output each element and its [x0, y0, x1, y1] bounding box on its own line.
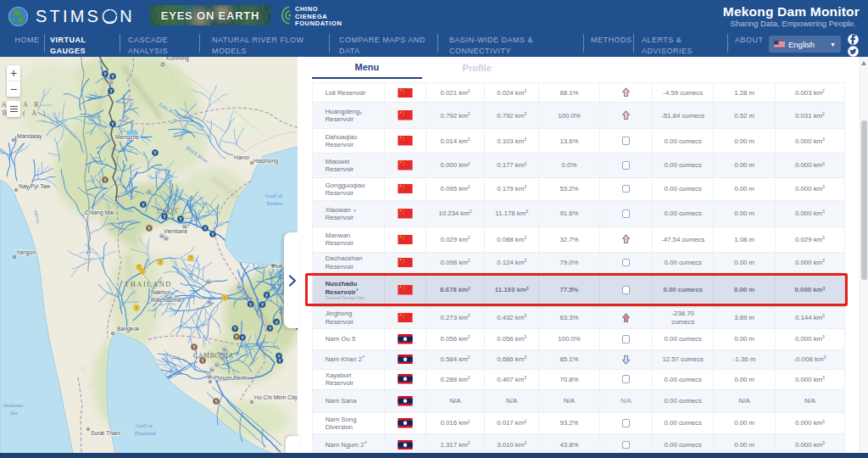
- svg-text:Ho Chi Minh City: Ho Chi Minh City: [254, 394, 298, 401]
- svg-text:Tonkin: Tonkin: [266, 200, 282, 207]
- svg-text:Surat Thani: Surat Thani: [91, 430, 121, 436]
- svg-text:V: V: [111, 122, 114, 126]
- svg-text:V: V: [235, 335, 237, 339]
- svg-text:Nakhon: Nakhon: [151, 289, 171, 295]
- svg-text:V: V: [192, 345, 195, 349]
- svg-text:V: V: [103, 178, 106, 182]
- svg-text:V: V: [153, 151, 156, 155]
- svg-text:Gulf of: Gulf of: [136, 422, 153, 429]
- svg-text:V: V: [278, 359, 281, 363]
- svg-text:Mandalay: Mandalay: [17, 133, 42, 140]
- svg-text:V: V: [275, 321, 278, 325]
- svg-text:A R: A R: [23, 101, 42, 109]
- svg-text:SK: SK: [210, 369, 214, 372]
- svg-text:SK: SK: [147, 191, 152, 194]
- svg-text:V: V: [103, 72, 106, 76]
- svg-text:SK: SK: [208, 301, 212, 304]
- svg-text:LAOS: LAOS: [157, 208, 179, 215]
- svg-text:V: V: [163, 215, 165, 219]
- svg-text:V: V: [179, 217, 181, 221]
- svg-text:V: V: [249, 303, 252, 307]
- svg-text:SK: SK: [183, 226, 187, 229]
- svg-text:Thailand: Thailand: [134, 430, 156, 437]
- svg-text:V: V: [234, 327, 236, 331]
- svg-text:CAMBODIA: CAMBODIA: [193, 352, 234, 360]
- svg-text:SK: SK: [164, 237, 169, 241]
- svg-text:V: V: [109, 89, 112, 93]
- svg-text:Haiphong: Haiphong: [253, 158, 278, 165]
- svg-text:V: V: [211, 232, 214, 237]
- svg-text:Ratchasima: Ratchasima: [151, 297, 181, 303]
- svg-text:Bangkok: Bangkok: [117, 326, 140, 332]
- svg-text:SK: SK: [208, 376, 212, 379]
- svg-text:SK: SK: [215, 364, 220, 367]
- svg-text:Mengzhe: Mengzhe: [115, 134, 139, 141]
- svg-text:V: V: [111, 75, 114, 79]
- svg-text:( A ): ( A ): [23, 109, 47, 117]
- svg-text:Nay Pyi Taw: Nay Pyi Taw: [19, 183, 50, 190]
- svg-text:V: V: [201, 359, 203, 363]
- svg-text:SK: SK: [109, 81, 114, 85]
- svg-text:SK: SK: [223, 349, 227, 352]
- svg-text:V: V: [269, 327, 271, 331]
- svg-text:Yangon: Yangon: [16, 249, 36, 256]
- svg-text:Gulf of: Gulf of: [265, 193, 283, 199]
- svg-text:V: V: [203, 226, 206, 231]
- svg-text:SK: SK: [220, 357, 225, 360]
- svg-text:Chiang Mai: Chiang Mai: [85, 209, 114, 216]
- svg-text:Andaman: Andaman: [3, 403, 23, 408]
- svg-text:V: V: [147, 226, 150, 231]
- svg-text:V: V: [261, 303, 264, 307]
- svg-text:Hanoi: Hanoi: [234, 154, 249, 160]
- svg-text:V: V: [241, 336, 243, 340]
- svg-text:V: V: [214, 399, 217, 404]
- svg-text:Phnom Penh: Phnom Penh: [214, 375, 248, 381]
- svg-text:V: V: [142, 203, 144, 207]
- svg-text:THAILAND: THAILAND: [125, 280, 172, 288]
- svg-text:V: V: [265, 293, 268, 298]
- svg-text:SK: SK: [237, 286, 242, 289]
- svg-text:SK: SK: [207, 281, 211, 284]
- svg-text:Sea: Sea: [10, 411, 18, 416]
